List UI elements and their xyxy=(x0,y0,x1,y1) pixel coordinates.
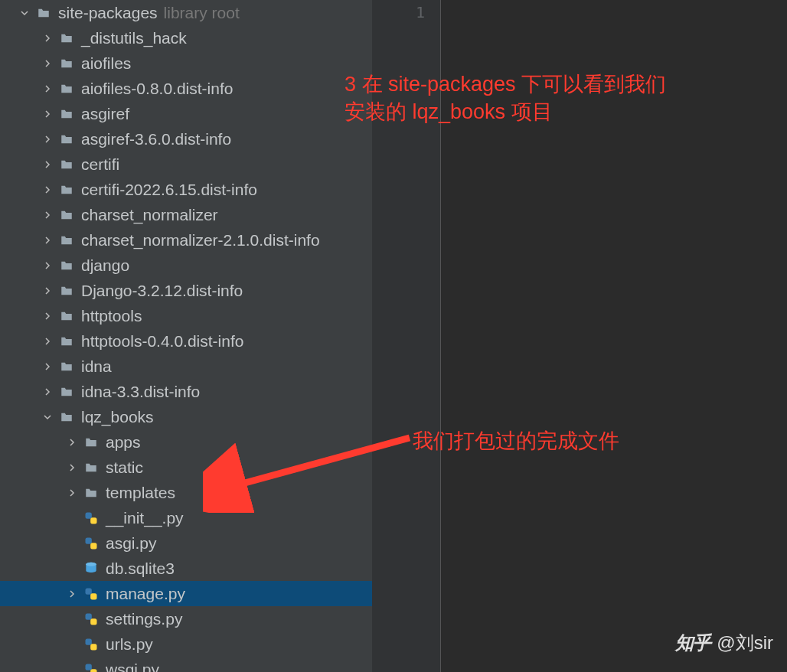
folder-icon xyxy=(58,55,75,72)
tree-item-asgiref[interactable]: asgiref xyxy=(0,101,372,126)
tree-item-label: aiofiles xyxy=(81,54,131,73)
chevron-right-icon[interactable] xyxy=(41,310,54,322)
tree-item-charset-normalizer[interactable]: charset_normalizer xyxy=(0,202,372,227)
tree-item-django-3-2-12-dist-info[interactable]: Django-3.2.12.dist-info xyxy=(0,278,372,303)
tree-item-certifi[interactable]: certifi xyxy=(0,152,372,177)
svg-rect-3 xyxy=(90,543,96,549)
tree-item-django[interactable]: django xyxy=(0,253,372,278)
tree-item-label: manage.py xyxy=(106,585,185,603)
tree-item-aiofiles[interactable]: aiofiles xyxy=(0,51,372,76)
python-file-icon xyxy=(83,586,100,602)
chevron-right-icon[interactable] xyxy=(41,158,54,171)
folder-icon xyxy=(58,257,75,274)
svg-rect-9 xyxy=(90,618,96,625)
chevron-right-icon[interactable] xyxy=(41,184,54,196)
tree-item-wsgi-py[interactable]: wsgi.py xyxy=(0,657,372,672)
python-file-icon xyxy=(83,510,100,527)
tree-item--init-py[interactable]: __init__.py xyxy=(0,505,372,530)
tree-item-label: settings.py xyxy=(106,610,182,628)
chevron-right-icon[interactable] xyxy=(66,462,78,474)
svg-rect-7 xyxy=(90,593,96,599)
chevron-right-icon[interactable] xyxy=(41,83,54,95)
tree-item-charset-normalizer-2-1-0-dist-info[interactable]: charset_normalizer-2.1.0.dist-info xyxy=(0,227,372,253)
tree-item-db-sqlite3[interactable]: db.sqlite3 xyxy=(0,556,372,581)
chevron-right-icon[interactable] xyxy=(41,32,54,44)
tree-item-urls-py[interactable]: urls.py xyxy=(0,631,372,657)
folder-icon xyxy=(58,207,75,223)
tree-root-suffix: library root xyxy=(164,4,240,22)
folder-icon xyxy=(83,484,100,501)
chevron-right-icon[interactable] xyxy=(66,436,78,449)
tree-item-httptools[interactable]: httptools xyxy=(0,303,372,328)
folder-icon xyxy=(58,383,75,400)
tree-item-label: httptools xyxy=(81,307,142,325)
chevron-right-icon[interactable] xyxy=(41,108,54,120)
folder-icon xyxy=(58,308,75,325)
tree-item-label: idna xyxy=(81,357,112,376)
tree-item-idna[interactable]: idna xyxy=(0,354,372,379)
tree-item-label: templates xyxy=(106,484,175,502)
tree-item-label: static xyxy=(106,458,143,477)
tree-item-lqz-books[interactable]: lqz_books xyxy=(0,404,372,429)
chevron-right-icon[interactable] xyxy=(41,360,54,373)
chevron-right-icon[interactable] xyxy=(41,335,54,347)
tree-item-label: asgiref-3.6.0.dist-info xyxy=(81,130,231,148)
folder-icon xyxy=(83,459,100,476)
svg-point-5 xyxy=(86,562,96,566)
folder-icon xyxy=(83,434,100,451)
tree-item-idna-3-3-dist-info[interactable]: idna-3.3.dist-info xyxy=(0,379,372,404)
svg-rect-6 xyxy=(86,588,92,594)
svg-rect-13 xyxy=(90,669,96,672)
svg-rect-12 xyxy=(86,664,92,670)
folder-icon xyxy=(58,409,75,426)
folder-icon xyxy=(58,232,75,249)
tree-item-certifi-2022-6-15-dist-info[interactable]: certifi-2022.6.15.dist-info xyxy=(0,177,372,202)
tree-item-asgi-py[interactable]: asgi.py xyxy=(0,530,372,556)
svg-rect-1 xyxy=(90,517,96,524)
svg-rect-11 xyxy=(90,644,96,650)
tree-root-row[interactable]: site-packages library root xyxy=(0,0,372,25)
tree-item-label: charset_normalizer xyxy=(81,206,218,224)
tree-item-label: aiofiles-0.8.0.dist-info xyxy=(81,80,233,98)
tree-item-apps[interactable]: apps xyxy=(0,429,372,455)
tree-item--distutils-hack[interactable]: _distutils_hack xyxy=(0,25,372,51)
tree-item-aiofiles-0-8-0-dist-info[interactable]: aiofiles-0.8.0.dist-info xyxy=(0,76,372,101)
tree-item-manage-py[interactable]: manage.py xyxy=(0,581,372,606)
tree-item-label: apps xyxy=(106,433,141,452)
tree-item-asgiref-3-6-0-dist-info[interactable]: asgiref-3.6.0.dist-info xyxy=(0,126,372,152)
project-tree[interactable]: site-packages library root _distutils_ha… xyxy=(0,0,372,672)
folder-icon xyxy=(58,333,75,350)
tree-item-label: urls.py xyxy=(106,635,153,654)
chevron-right-icon[interactable] xyxy=(66,487,78,499)
python-file-icon xyxy=(83,611,100,628)
tree-item-label: Django-3.2.12.dist-info xyxy=(81,282,243,300)
tree-item-static[interactable]: static xyxy=(0,455,372,480)
chevron-placeholder xyxy=(66,664,78,673)
tree-item-label: lqz_books xyxy=(81,408,154,426)
tree-item-label: charset_normalizer-2.1.0.dist-info xyxy=(81,231,320,250)
chevron-right-icon[interactable] xyxy=(41,209,54,221)
chevron-right-icon[interactable] xyxy=(41,57,54,70)
chevron-down-icon[interactable] xyxy=(41,411,54,423)
tree-item-label: certifi xyxy=(81,155,119,174)
svg-rect-8 xyxy=(86,613,92,619)
chevron-right-icon[interactable] xyxy=(41,386,54,398)
tree-item-templates[interactable]: templates xyxy=(0,480,372,505)
chevron-right-icon[interactable] xyxy=(41,259,54,272)
chevron-right-icon[interactable] xyxy=(41,285,54,297)
tree-item-label: idna-3.3.dist-info xyxy=(81,383,200,401)
chevron-right-icon[interactable] xyxy=(41,133,54,145)
folder-icon xyxy=(58,282,75,299)
chevron-right-icon[interactable] xyxy=(66,588,78,600)
svg-rect-0 xyxy=(86,512,92,518)
tree-item-httptools-0-4-0-dist-info[interactable]: httptools-0.4.0.dist-info xyxy=(0,328,372,354)
tree-item-label: asgiref xyxy=(81,105,129,123)
tree-item-label: db.sqlite3 xyxy=(106,559,175,578)
folder-icon xyxy=(58,131,75,148)
tree-item-settings-py[interactable]: settings.py xyxy=(0,606,372,631)
tree-item-label: __init__.py xyxy=(106,509,184,527)
chevron-down-icon[interactable] xyxy=(18,7,31,19)
tree-item-label: django xyxy=(81,256,129,275)
chevron-right-icon[interactable] xyxy=(41,234,54,246)
svg-rect-10 xyxy=(86,638,92,644)
